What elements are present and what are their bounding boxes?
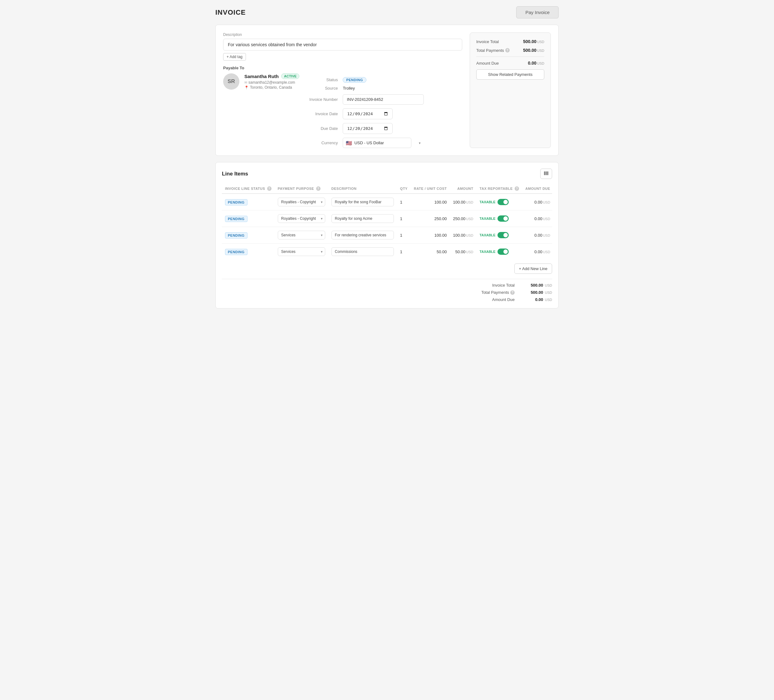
taxable-toggle-1[interactable]: TAXABLE — [480, 215, 509, 222]
taxable-toggle-3[interactable]: TAXABLE — [480, 248, 509, 255]
description-label: Description — [223, 33, 462, 37]
footer-total-payments-row: Total Payments ? 500.00 USD — [481, 290, 552, 295]
taxable-toggle-0[interactable]: TAXABLE — [480, 199, 509, 205]
purpose-select-0[interactable]: Royalties - Copyright Royalties - Copyri… — [278, 198, 325, 206]
summary-amount-due-value: 0.00USD — [528, 61, 544, 66]
invoice-number-input[interactable] — [343, 94, 424, 104]
description-cell-input-2[interactable] — [331, 231, 394, 240]
description-input[interactable] — [223, 39, 462, 51]
add-new-line-button[interactable]: + Add New Line — [514, 263, 552, 274]
row-amount-2: 100.00USD — [450, 227, 476, 243]
purpose-select-wrapper-2[interactable]: Services Royalties - Copyright Services … — [278, 231, 325, 240]
invoice-date-label: Invoice Date — [309, 111, 338, 116]
footer-invoice-total-value: 500.00 USD — [527, 283, 552, 288]
invoice-date-input[interactable] — [343, 108, 393, 119]
toggle-switch-2[interactable] — [498, 232, 509, 238]
svg-rect-0 — [544, 171, 545, 175]
line-items-table: Invoice Line Status ? Payment Purpose ? … — [222, 184, 552, 260]
show-related-payments-button[interactable]: Show Related Payments — [476, 70, 544, 79]
line-items-tbody: PENDING Royalties - Copyright Royalties … — [222, 194, 552, 260]
total-payments-help-icon[interactable]: ? — [505, 48, 509, 53]
purpose-select-2[interactable]: Services Royalties - Copyright Services … — [278, 231, 325, 240]
row-description-3[interactable] — [328, 243, 397, 260]
row-purpose-3[interactable]: Services Royalties - Copyright Services … — [275, 243, 328, 260]
purpose-select-3[interactable]: Services Royalties - Copyright Services … — [278, 247, 325, 256]
due-date-input[interactable] — [343, 123, 393, 134]
summary-divider — [476, 56, 544, 57]
row-qty-3: 1 — [397, 243, 411, 260]
row-description-0[interactable] — [328, 194, 397, 210]
line-items-table-wrap: Invoice Line Status ? Payment Purpose ? … — [222, 184, 552, 260]
location-icon: 📍 — [245, 86, 249, 89]
row-purpose-2[interactable]: Services Royalties - Copyright Services … — [275, 227, 328, 243]
column-toggle-button[interactable] — [540, 169, 552, 179]
table-row: PENDING Services Royalties - Copyright S… — [222, 227, 552, 243]
col-description: Description — [328, 184, 397, 194]
status-help-icon[interactable]: ? — [267, 186, 271, 191]
footer-total-payments-label: Total Payments ? — [481, 290, 514, 295]
payable-to-label: Payable To — [223, 66, 462, 70]
purpose-select-1[interactable]: Royalties - Copyright Royalties - Copyri… — [278, 214, 325, 223]
summary-amount-due-label: Amount Due — [476, 61, 499, 66]
footer-amount-due-label: Amount Due — [492, 297, 514, 302]
row-description-1[interactable] — [328, 210, 397, 227]
payable-to-row: SR Samantha Ruth ACTIVE ✉ samantha12@exa… — [223, 73, 299, 90]
row-amount-due-3: 0.00USD — [522, 243, 552, 260]
row-amount-due-0: 0.00USD — [522, 194, 552, 210]
row-purpose-1[interactable]: Royalties - Copyright Royalties - Copyri… — [275, 210, 328, 227]
toggle-switch-1[interactable] — [498, 215, 509, 222]
avatar: SR — [223, 73, 239, 89]
purpose-select-wrapper-0[interactable]: Royalties - Copyright Royalties - Copyri… — [278, 198, 325, 206]
status-badge: PENDING — [343, 77, 366, 83]
source-label: Source — [309, 86, 338, 91]
active-badge: ACTIVE — [281, 73, 299, 79]
tax-help-icon[interactable]: ? — [514, 186, 519, 191]
footer-invoice-total-row: Invoice Total 500.00 USD — [492, 283, 552, 288]
row-rate-0: 100.00 — [411, 194, 450, 210]
payable-email-row: ✉ samantha12@example.com — [245, 80, 299, 84]
row-qty-2: 1 — [397, 227, 411, 243]
purpose-help-icon[interactable]: ? — [316, 186, 321, 191]
summary-total-payments-value: 500.00USD — [523, 48, 544, 53]
currency-select[interactable]: USD - US Dollar — [343, 138, 411, 148]
footer-payments-help-icon[interactable]: ? — [510, 290, 514, 295]
toggle-switch-3[interactable] — [498, 248, 509, 255]
fields-right: Status PENDING Source Trolley Invoice Nu… — [309, 77, 424, 148]
row-amount-3: 50.00USD — [450, 243, 476, 260]
source-value: Trolley — [343, 86, 424, 91]
row-tax-0[interactable]: TAXABLE — [476, 194, 523, 210]
taxable-toggle-2[interactable]: TAXABLE — [480, 232, 509, 238]
payable-to-section: SR Samantha Ruth ACTIVE ✉ samantha12@exa… — [223, 73, 462, 148]
table-row: PENDING Royalties - Copyright Royalties … — [222, 210, 552, 227]
description-cell-input-0[interactable] — [331, 198, 394, 206]
purpose-select-wrapper-3[interactable]: Services Royalties - Copyright Services … — [278, 247, 325, 256]
row-tax-2[interactable]: TAXABLE — [476, 227, 523, 243]
pending-badge-2: PENDING — [225, 232, 248, 238]
main-card: Description + Add tag Payable To SR Sama… — [215, 25, 559, 156]
row-qty-1: 1 — [397, 210, 411, 227]
svg-rect-1 — [546, 171, 547, 175]
payable-email: samantha12@example.com — [248, 80, 295, 84]
currency-select-wrapper[interactable]: 🇺🇸 USD - US Dollar — [343, 138, 424, 148]
pending-badge-1: PENDING — [225, 216, 248, 222]
row-tax-1[interactable]: TAXABLE — [476, 210, 523, 227]
row-status-0: PENDING — [222, 194, 275, 210]
email-icon: ✉ — [245, 81, 247, 84]
add-tag-button[interactable]: + Add tag — [223, 53, 246, 61]
row-purpose-0[interactable]: Royalties - Copyright Royalties - Copyri… — [275, 194, 328, 210]
add-line-row: + Add New Line — [222, 263, 552, 274]
col-status: Invoice Line Status ? — [222, 184, 275, 194]
table-header: Invoice Line Status ? Payment Purpose ? … — [222, 184, 552, 194]
toggle-switch-0[interactable] — [498, 199, 509, 205]
purpose-select-wrapper-1[interactable]: Royalties - Copyright Royalties - Copyri… — [278, 214, 325, 223]
payable-location: Toronto, Ontario, Canada — [250, 85, 292, 89]
line-items-card: Line Items Invoice Line Status ? — [215, 162, 559, 308]
description-cell-input-3[interactable] — [331, 247, 394, 256]
row-amount-due-2: 0.00USD — [522, 227, 552, 243]
table-row: PENDING Services Royalties - Copyright S… — [222, 243, 552, 260]
row-description-2[interactable] — [328, 227, 397, 243]
pay-invoice-button[interactable]: Pay Invoice — [516, 6, 559, 18]
description-cell-input-1[interactable] — [331, 214, 394, 223]
col-purpose: Payment Purpose ? — [275, 184, 328, 194]
row-tax-3[interactable]: TAXABLE — [476, 243, 523, 260]
